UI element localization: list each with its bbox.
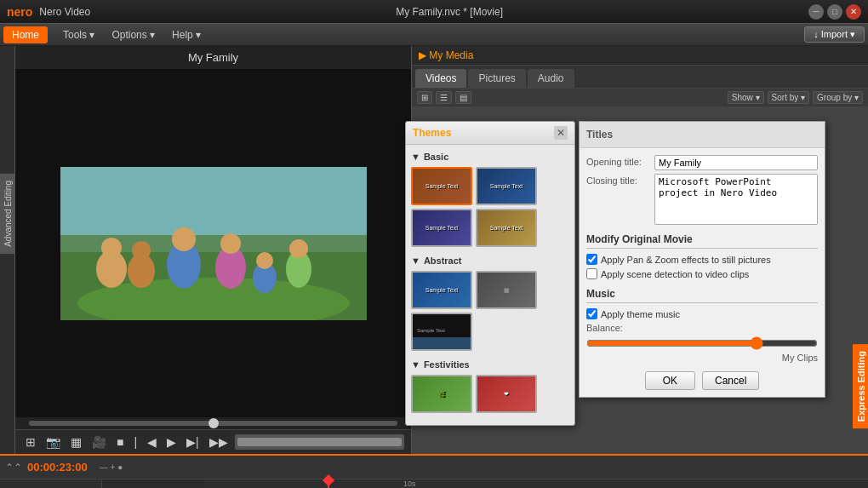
theme-section-festivities: ▼ Festivities 🌿 ❤ <box>411 358 569 413</box>
ruler-mark-10s: 10s <box>403 479 416 488</box>
import-button[interactable]: ↓ Import ▾ <box>804 26 865 43</box>
tab-audio[interactable]: Audio <box>528 69 574 88</box>
playback-controls: ⊞ 📷 ▦ 🎥 ■ | ◀ ▶ ▶| ▶▶ <box>15 429 411 454</box>
ok-cancel-row: OK Cancel <box>586 371 818 390</box>
detail-view-btn[interactable]: ▤ <box>455 91 471 104</box>
timeline-ruler: 10s <box>204 479 868 488</box>
app-name: Nero Video <box>39 6 90 18</box>
camera-btn[interactable]: 🎥 <box>89 433 110 451</box>
tab-videos[interactable]: Videos <box>415 69 466 88</box>
theme-section-basic: ▼ Basic Sample Text Sample Text Sample T… <box>411 150 569 247</box>
theme-basic-2[interactable]: Sample Text <box>476 167 537 205</box>
progress-bar[interactable] <box>29 421 397 426</box>
balance-slider[interactable] <box>586 336 818 350</box>
show-btn[interactable]: Show ▾ <box>728 91 764 104</box>
theme-section-festivities-title: ▼ Festivities <box>411 358 569 371</box>
menu-right: ↓ Import ▾ <box>804 26 865 43</box>
ok-button[interactable]: OK <box>645 371 695 390</box>
svg-point-15 <box>289 239 308 258</box>
pan-zoom-label: Apply Pan & Zoom effects to still pictur… <box>601 255 771 265</box>
cancel-button[interactable]: Cancel <box>702 371 759 390</box>
props-title: Titles <box>580 122 825 148</box>
opening-title-row: Opening title: <box>586 155 818 170</box>
theme-section-abstract: ▼ Abstract Sample Text ▦ Sample Text <box>411 254 569 351</box>
theme-fest-2[interactable]: ❤ <box>476 375 537 413</box>
music-group-title: Music <box>586 288 818 303</box>
snapshot-btn[interactable]: 📷 <box>43 433 64 451</box>
step-fwd-btn[interactable]: ▶| <box>183 433 203 451</box>
scene-detect-label: Apply scene detection to video clips <box>601 269 749 279</box>
modify-group-title: Modify Original Movie <box>586 233 818 249</box>
my-media-header: ▶ My Media <box>412 46 868 66</box>
closing-title-label: Closing title: <box>586 174 654 186</box>
svg-text:Sample Text: Sample Text <box>417 328 445 333</box>
timeline-tools: — + ● <box>100 462 123 472</box>
collapse-btn[interactable]: ⌃⌃ <box>5 462 22 474</box>
pan-zoom-checkbox[interactable] <box>586 254 597 265</box>
theme-basic-3[interactable]: Sample Text <box>411 209 472 247</box>
zoom-control[interactable]: ⊞ <box>22 433 39 451</box>
sort-by-btn[interactable]: Sort by ▾ <box>768 91 809 104</box>
balance-label: Balance: <box>586 323 623 333</box>
themes-title: Themes <box>413 127 451 139</box>
prev-btn[interactable]: ◀ <box>144 433 160 451</box>
apply-music-row: Apply theme music <box>586 308 818 319</box>
theme-fest-1[interactable]: 🌿 <box>411 375 472 413</box>
view-toggle[interactable]: ▦ <box>67 433 85 451</box>
theme-basic-4[interactable]: Sample Text <box>476 209 537 247</box>
minimize-button[interactable]: ─ <box>808 4 824 20</box>
scene-detect-row: Apply scene detection to video clips <box>586 268 818 279</box>
timeline: ⌃⌃ 00:00:23:00 — + ● 10s Text Blur Video… <box>0 454 868 488</box>
main-area: Advanced Editing My Family <box>0 46 868 454</box>
media-toolbar: ⊞ ☰ ▤ Show ▾ Sort by ▾ Group by ▾ <box>412 89 868 107</box>
pan-zoom-row: Apply Pan & Zoom effects to still pictur… <box>586 254 818 265</box>
theme-section-abstract-title: ▼ Abstract <box>411 254 569 267</box>
opening-title-label: Opening title: <box>586 155 654 167</box>
grid-view-btn[interactable]: ⊞ <box>417 91 432 104</box>
timeline-ruler-row: 10s <box>0 479 868 488</box>
themes-panel: Themes ✕ ▼ Basic Sample Text Sample Text… <box>405 121 575 426</box>
group-by-btn[interactable]: Group by ▾ <box>813 91 863 104</box>
express-editing-tab[interactable]: Express Editing <box>853 344 868 428</box>
play-btn[interactable]: ▶ <box>163 433 180 451</box>
opening-title-input[interactable] <box>654 155 818 170</box>
themes-content: ▼ Basic Sample Text Sample Text Sample T… <box>406 145 574 425</box>
home-menu-item[interactable]: Home <box>3 26 48 43</box>
help-menu-item[interactable]: Help ▾ <box>163 26 209 43</box>
stop-btn[interactable]: ■ <box>113 433 127 451</box>
theme-grid-basic: Sample Text Sample Text Sample Text Samp… <box>411 167 569 247</box>
advanced-editing-tab[interactable]: Advanced Editing <box>0 174 15 254</box>
tools-menu-item[interactable]: Tools ▾ <box>54 26 103 43</box>
apply-music-checkbox[interactable] <box>586 308 597 319</box>
music-right-label: My Clips <box>782 353 818 363</box>
title-bar: nero Nero Video My Family.nvc * [Movie] … <box>0 0 868 24</box>
window-title: My Family.nvc * [Movie] <box>90 6 808 18</box>
music-clips-row: My Clips <box>586 353 818 363</box>
title-left: nero Nero Video <box>7 5 90 19</box>
props-content: Opening title: Closing title: Microsoft … <box>580 148 825 397</box>
titles-group: Opening title: Closing title: Microsoft … <box>586 155 818 225</box>
svg-point-7 <box>132 241 151 260</box>
themes-close-button[interactable]: ✕ <box>554 126 568 140</box>
next-btn-ctrl[interactable]: ▶▶ <box>206 433 231 451</box>
svg-point-5 <box>101 238 122 258</box>
theme-abstract-2[interactable]: ▦ <box>476 271 537 309</box>
tab-pictures[interactable]: Pictures <box>468 69 525 88</box>
options-menu-item[interactable]: Options ▾ <box>103 26 163 43</box>
media-tabs: Videos Pictures Audio <box>412 66 868 89</box>
window-controls: ─ □ ✕ <box>808 4 861 20</box>
close-button[interactable]: ✕ <box>846 4 861 20</box>
timeline-cursor[interactable] <box>328 479 329 488</box>
preview-title: My Family <box>15 46 411 69</box>
theme-basic-1[interactable]: Sample Text <box>411 167 472 205</box>
maximize-button[interactable]: □ <box>827 4 842 20</box>
theme-abstract-3[interactable]: Sample Text <box>411 313 472 351</box>
theme-grid-festivities: 🌿 ❤ <box>411 375 569 413</box>
theme-abstract-1[interactable]: Sample Text <box>411 271 472 309</box>
closing-title-input[interactable]: Microsoft PowerPoint project in Nero Vid… <box>654 174 818 225</box>
marker-btn[interactable]: | <box>130 433 140 451</box>
scene-detect-checkbox[interactable] <box>586 268 597 279</box>
theme-grid-abstract: Sample Text ▦ Sample Text <box>411 271 569 351</box>
themes-header: Themes ✕ <box>406 122 574 145</box>
list-view-btn[interactable]: ☰ <box>436 91 452 104</box>
